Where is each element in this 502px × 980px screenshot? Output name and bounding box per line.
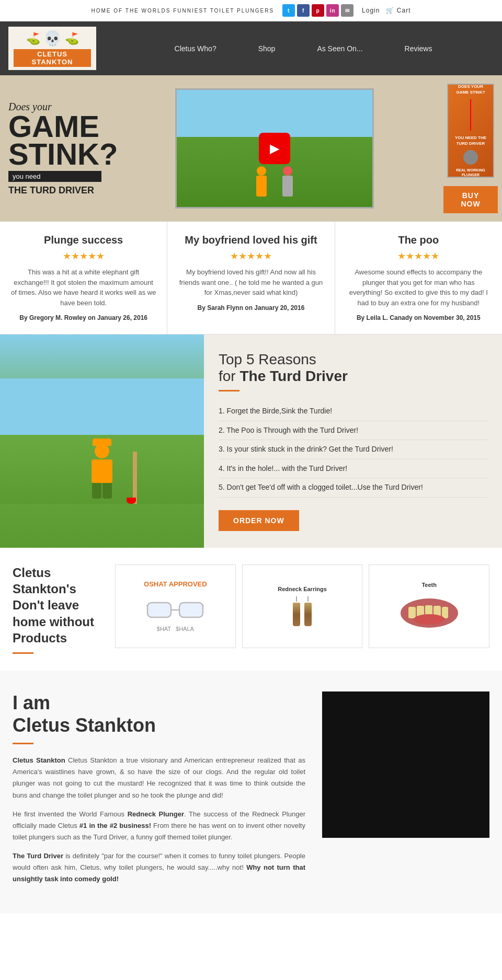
golf-club-right-icon: ⛳: [65, 32, 79, 45]
review-title-1: Plunge success: [10, 234, 156, 246]
product-cards: OSHAT APPROVED $HAT $HALA Redneck Earrin…: [115, 564, 489, 648]
top5-accent: [219, 390, 239, 391]
review-author-3: By Leila L. Canady on November 30, 2015: [346, 314, 492, 321]
top5-heading: Top 5 Reasons for The Turd Driver: [219, 351, 487, 385]
about-image: [322, 691, 489, 892]
list-item: 2. The Poo is Through with the Turd Driv…: [219, 421, 487, 441]
products-section: Cletus Stankton's Don't leave home witho…: [0, 548, 502, 671]
review-author-1: By Gregory M. Rowley on January 26, 2016: [10, 314, 156, 321]
top5-list: 1. Forget the Birde,Sink the Turdie! 2. …: [219, 402, 487, 498]
site-header: ⛳ 💀 ⛳ CLETUS STANKTON Cletus Who? Shop A…: [0, 21, 502, 75]
review-author-2: By Sarah Flynn on January 20, 2016: [178, 304, 324, 312]
earrings-label: Redneck Earrings: [278, 586, 327, 592]
review-title-2: My boyfriend loved his gift: [178, 234, 324, 246]
product-card-teeth[interactable]: Teeth: [369, 564, 489, 648]
skull-icon: 💀: [43, 30, 62, 47]
hero-tagline: Does your GAMESTINK? you need THE TURD D…: [0, 75, 110, 222]
facebook-icon[interactable]: f: [297, 4, 310, 17]
oshat-label: OSHAT APPROVED: [144, 580, 207, 588]
pinterest-icon[interactable]: p: [312, 4, 324, 17]
products-accent: [13, 652, 33, 654]
svg-rect-6: [408, 607, 416, 618]
review-title-3: The poo: [346, 234, 492, 246]
svg-rect-0: [147, 603, 171, 617]
golf-club-left-icon: ⛳: [26, 32, 40, 45]
product-banner: DOES YOURGAME STINK? YOU NEED THETURD DR…: [447, 84, 494, 178]
glasses-icon: [146, 596, 204, 622]
review-text-2: My boyfriend loved his gift!! And now al…: [178, 267, 324, 298]
review-stars-1: ★★★★★: [10, 250, 156, 262]
about-section: I am Cletus Stankton Cletus Stankton Cle…: [0, 671, 502, 913]
cart-icon: 🛒: [386, 7, 394, 14]
reviews-section: Plunge success ★★★★★ This was a hit at a…: [0, 222, 502, 335]
buy-now-button[interactable]: BUY NOW: [443, 186, 498, 213]
review-text-1: This was a hit at a white elephant gift …: [10, 267, 156, 308]
earrings-image: [293, 596, 312, 626]
list-item: 4. It's in the hole!... with the Turd Dr…: [219, 459, 487, 479]
product-card-glasses[interactable]: OSHAT APPROVED $HAT $HALA: [115, 564, 236, 648]
golf-scene: ▶: [177, 90, 372, 207]
nav-as-seen-on[interactable]: As Seen On...: [296, 34, 383, 63]
logo-box: ⛳ 💀 ⛳ CLETUS STANKTON: [8, 27, 96, 70]
twitter-icon[interactable]: t: [282, 4, 295, 17]
extra-icon[interactable]: ✉: [341, 4, 353, 17]
cletus-figure: [0, 335, 204, 548]
review-card-2: My boyfriend loved his gift ★★★★★ My boy…: [167, 222, 335, 334]
nav-reviews[interactable]: Reviews: [384, 34, 453, 63]
review-card-1: Plunge success ★★★★★ This was a hit at a…: [0, 222, 167, 334]
about-text: I am Cletus Stankton Cletus Stankton Cle…: [13, 691, 305, 892]
svg-point-11: [414, 614, 445, 625]
list-item: 1. Forget the Birde,Sink the Turdie!: [219, 402, 487, 421]
svg-rect-10: [442, 607, 448, 618]
play-button[interactable]: ▶: [259, 133, 290, 164]
review-text-3: Awesome sound effects to accompany the p…: [346, 267, 492, 308]
cart-label: Cart: [397, 7, 411, 14]
top-bar-actions: Login 🛒 Cart: [362, 7, 410, 14]
order-now-button[interactable]: ORDER NOW: [219, 510, 299, 531]
hero-game: GAMESTINK?: [8, 113, 101, 167]
nav-shop[interactable]: Shop: [237, 34, 296, 63]
teeth-label: Teeth: [421, 582, 437, 588]
review-card-3: The poo ★★★★★ Awesome sound effects to a…: [335, 222, 502, 334]
teeth-svg: [398, 592, 461, 629]
top5-content: Top 5 Reasons for The Turd Driver 1. For…: [204, 335, 502, 548]
about-para-2: He first invented the World Famous Redne…: [13, 809, 305, 843]
products-heading-text: Cletus Stankton's Don't leave home witho…: [13, 564, 107, 646]
list-item: 3. Is your stink stuck in the drink? Get…: [219, 440, 487, 459]
products-heading: Cletus Stankton's Don't leave home witho…: [13, 564, 107, 654]
hero-product-name: THE TURD DRIVER: [8, 185, 101, 196]
product-card-earrings[interactable]: Redneck Earrings: [242, 564, 363, 648]
top-bar: HOME OF THE WORLDS FUNNIEST TOILET PLUNG…: [0, 0, 502, 21]
about-accent: [13, 743, 33, 744]
video-thumbnail[interactable]: ▶: [175, 88, 374, 209]
top5-section: Top 5 Reasons for The Turd Driver 1. For…: [0, 335, 502, 548]
hero-you-need: you need: [8, 171, 101, 182]
instagram-icon[interactable]: in: [326, 4, 339, 17]
main-nav: Cletus Who? Shop As Seen On... Reviews: [105, 34, 502, 63]
about-heading: I am Cletus Stankton: [13, 691, 305, 736]
cart-link[interactable]: 🛒 Cart: [386, 7, 410, 14]
hero-right: DOES YOURGAME STINK? YOU NEED THETURD DR…: [439, 75, 502, 222]
review-stars-2: ★★★★★: [178, 250, 324, 262]
about-para-1: Cletus Stankton Cletus Stankton a true v…: [13, 755, 305, 801]
review-stars-3: ★★★★★: [346, 250, 492, 262]
list-item: 5. Don't get Tee'd off with a clogged to…: [219, 478, 487, 498]
teeth-image: [398, 592, 461, 631]
top5-image: [0, 335, 204, 548]
logo-text[interactable]: CLETUS STANKTON: [14, 49, 91, 67]
hero-video-area: ▶: [110, 75, 439, 222]
nav-cletus-who[interactable]: Cletus Who?: [154, 34, 237, 63]
svg-rect-1: [179, 603, 203, 617]
login-link[interactable]: Login: [362, 7, 380, 14]
about-para-3: The Turd Driver is definitely "par for t…: [13, 850, 305, 885]
hero-banner: Does your GAMESTINK? you need THE TURD D…: [0, 75, 502, 222]
social-icons: t f p in ✉: [282, 4, 353, 17]
tagline: HOME OF THE WORLDS FUNNIEST TOILET PLUNG…: [92, 8, 275, 14]
about-video-placeholder[interactable]: [322, 691, 489, 838]
logo-area: ⛳ 💀 ⛳ CLETUS STANKTON: [0, 21, 105, 75]
